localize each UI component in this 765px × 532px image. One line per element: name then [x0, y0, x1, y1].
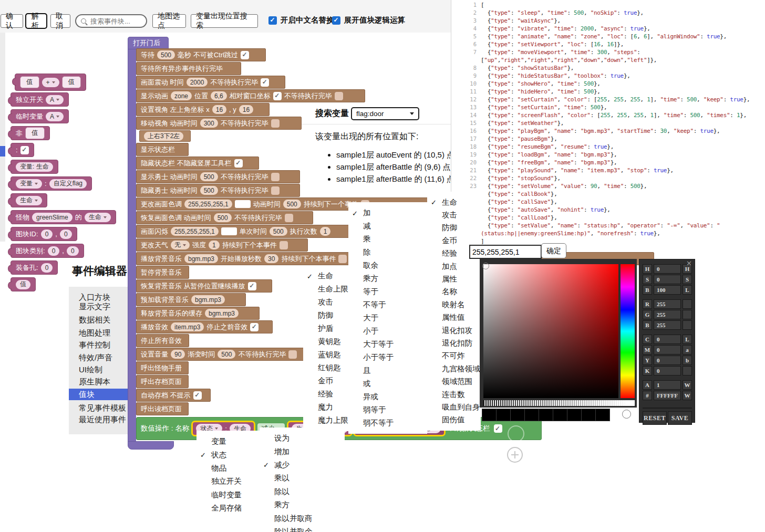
- event-block[interactable]: 更改天气无强度1持续到下个本事件: [136, 238, 308, 252]
- scrollbar-thumb[interactable]: [0, 146, 5, 157]
- checked-checkbox-icon[interactable]: [494, 424, 502, 433]
- flyout-value-block[interactable]: 生命: [11, 193, 47, 207]
- color-confirm-button[interactable]: 确定: [541, 243, 566, 258]
- block-field[interactable]: 自定义flag: [49, 179, 87, 189]
- event-block[interactable]: 等待所有异步事件执行完毕: [136, 62, 241, 75]
- code-line[interactable]: {"type": "setValue", "name": "status:hp"…: [451, 222, 765, 237]
- block-dropdown[interactable]: A: [46, 112, 64, 121]
- save-button[interactable]: SAVE: [668, 411, 692, 425]
- code-line[interactable]: 6 {"type": "setViewport", "loc": [16, 16…: [451, 40, 765, 48]
- checked-checkbox-icon[interactable]: [250, 323, 259, 331]
- block-field[interactable]: 2000: [187, 78, 208, 87]
- block-field[interactable]: bgm.mp3: [184, 254, 218, 263]
- picker-side-button[interactable]: [683, 366, 692, 375]
- picker-side-button[interactable]: a: [683, 345, 692, 354]
- color-value-input[interactable]: [469, 245, 542, 259]
- checked-checkbox-icon[interactable]: [261, 78, 269, 87]
- block-dropdown[interactable]: 无: [171, 241, 190, 249]
- block-field[interactable]: zone: [171, 91, 192, 100]
- unchecked-checkbox-icon[interactable]: [285, 214, 293, 222]
- block-field[interactable]: 500: [157, 50, 175, 59]
- block-field[interactable]: 500: [270, 227, 287, 236]
- picker-side-button[interactable]: [683, 320, 692, 330]
- json-code-editor[interactable]: 1[2 {"type": "sleep", "time": 500, "noSk…: [451, 0, 765, 247]
- code-line[interactable]: 21 {"type": "playSound", "name": "item.m…: [451, 166, 765, 174]
- value-slot-block[interactable]: 值: [20, 76, 39, 88]
- menu-item[interactable]: 异或: [348, 390, 427, 403]
- menu-item[interactable]: 属性: [427, 273, 481, 285]
- picker-side-button[interactable]: b: [683, 356, 692, 365]
- picker-field-input[interactable]: 0: [654, 345, 681, 354]
- menu-item[interactable]: 乘: [348, 233, 427, 246]
- sv-cursor-icon[interactable]: [482, 263, 489, 269]
- sidebar-item-10[interactable]: 常见事件模板: [69, 402, 136, 414]
- var-search-button[interactable]: 变量出现位置搜索: [191, 14, 258, 28]
- block-field[interactable]: 0: [60, 230, 72, 239]
- code-line[interactable]: 3 {"type": "waitAsync"},: [451, 17, 765, 25]
- picker-field-input[interactable]: 0: [654, 335, 681, 344]
- event-block[interactable]: 播放音效item.mp3停止之前音效: [136, 320, 273, 333]
- menu-item[interactable]: 乘方: [348, 272, 427, 285]
- checked-checkbox-icon[interactable]: [193, 391, 202, 400]
- block-field[interactable]: 1: [209, 241, 220, 249]
- menu-item[interactable]: 除以并取余: [260, 525, 345, 532]
- unchecked-checkbox-icon[interactable]: [271, 119, 280, 128]
- checked-checkbox-icon[interactable]: [248, 282, 256, 290]
- sidebar-item-2[interactable]: 显示文字: [69, 301, 136, 312]
- block-field[interactable]: 500: [218, 350, 235, 359]
- block-field[interactable]: 变量: 生命: [16, 162, 53, 172]
- menu-item[interactable]: 蓝钥匙: [303, 348, 348, 361]
- menu-item[interactable]: 防御: [303, 309, 348, 322]
- flyout-value-block[interactable]: 值: [11, 277, 36, 291]
- code-line[interactable]: 15 {"type": "setWeather"},: [451, 119, 765, 127]
- menu-item[interactable]: 变量: [197, 435, 263, 448]
- sidebar-item-8[interactable]: 原生脚本: [69, 376, 136, 388]
- picker-side-button[interactable]: W: [683, 391, 692, 400]
- menu-item[interactable]: 除: [348, 246, 427, 259]
- code-line[interactable]: 20 {"type": "freeBgm", "name": "bgm.mp3"…: [451, 159, 765, 166]
- palette-cell[interactable]: [567, 409, 581, 421]
- sidebar-item-4[interactable]: 地图处理: [69, 327, 136, 339]
- event-block[interactable]: 等待500毫秒 不可被Ctrl跳过: [136, 48, 266, 61]
- block-dropdown[interactable]: 生命: [85, 213, 111, 222]
- picker-side-button[interactable]: W: [683, 380, 692, 390]
- menu-item[interactable]: 加点: [427, 260, 481, 273]
- event-block[interactable]: 呼出存档页面: [136, 375, 189, 388]
- event-block[interactable]: 隐藏状态栏 不隐藏竖屏工具栏: [136, 157, 259, 170]
- picker-side-button[interactable]: [683, 310, 692, 319]
- event-block[interactable]: 呼出怪物手册: [136, 361, 189, 374]
- picker-field-input[interactable]: FFFFFF: [654, 391, 681, 400]
- flyout-value-block[interactable]: 非值: [11, 126, 50, 140]
- picker-field-input[interactable]: 1: [654, 380, 681, 390]
- block-field[interactable]: 16: [212, 105, 226, 114]
- checked-checkbox-icon[interactable]: [273, 92, 282, 100]
- flyout-value-block[interactable]: 独立开关A: [11, 92, 69, 107]
- zoom-in-icon[interactable]: [507, 447, 523, 463]
- picker-field-label[interactable]: K: [643, 366, 652, 375]
- picker-field-label[interactable]: G: [643, 310, 652, 319]
- menu-item[interactable]: 减少: [260, 458, 345, 472]
- code-line[interactable]: {"type": "callSave"},: [451, 198, 765, 206]
- block-field[interactable]: 500: [200, 186, 218, 195]
- code-line[interactable]: 1[: [451, 1, 765, 9]
- code-line[interactable]: {"type": "autoSave", "nohint": true},: [451, 206, 765, 214]
- flyout-scrollbar[interactable]: [0, 33, 5, 242]
- alpha-slider[interactable]: [483, 400, 635, 406]
- picker-field-label[interactable]: B: [643, 320, 652, 330]
- code-line[interactable]: 11 {"type": "hideHero", "time": 500},: [451, 88, 765, 96]
- block-field[interactable]: 500: [283, 200, 301, 208]
- menu-item[interactable]: 映射名: [427, 298, 481, 311]
- menu-item[interactable]: 不可炸: [427, 350, 481, 362]
- code-line[interactable]: 12 {"type": "setCurtain", "color": [255,…: [451, 96, 765, 103]
- picker-field-label[interactable]: S: [643, 275, 652, 284]
- expand-logic-checkbox[interactable]: 展开值块逻辑运算: [332, 15, 405, 25]
- code-line[interactable]: 2 {"type": "sleep", "time": 500, "noSkip…: [451, 9, 765, 17]
- menu-item[interactable]: 取余: [348, 259, 427, 272]
- picker-field-label[interactable]: A: [643, 380, 652, 390]
- code-line[interactable]: 14 {"type": "screenFlash", "color": [255…: [451, 111, 765, 119]
- menu-item[interactable]: 名称: [427, 286, 481, 298]
- palette-cell[interactable]: [511, 409, 524, 421]
- palette-cell[interactable]: [525, 409, 539, 421]
- hue-slider[interactable]: [621, 264, 635, 398]
- saturation-value-area[interactable]: [483, 264, 618, 398]
